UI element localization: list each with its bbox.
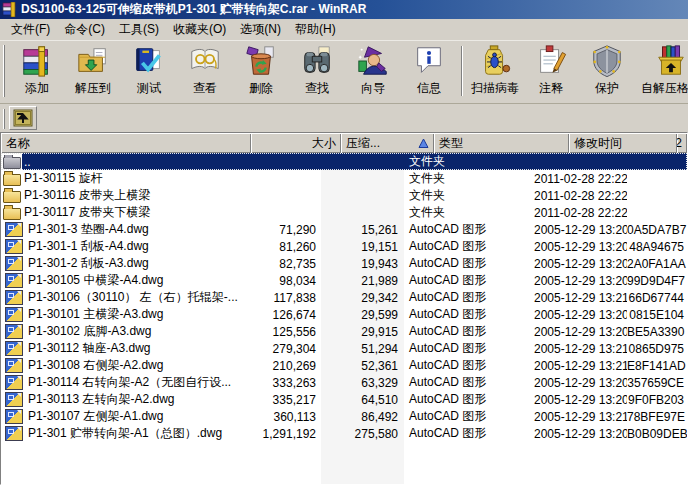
winrar-app-icon: [2, 2, 18, 17]
file-modified: 2011-02-28 22:22: [529, 189, 627, 203]
delete-button[interactable]: 删除: [233, 43, 289, 99]
table-row[interactable]: P1-30108 右侧架-A2.dwg 210,269 52,361 AutoC…: [1, 357, 687, 374]
table-row[interactable]: .. 文件夹: [1, 153, 687, 170]
menu-commands[interactable]: 命令(C): [57, 19, 112, 40]
file-type: AutoCAD 图形: [404, 425, 529, 442]
wizard-button[interactable]: 向导: [345, 43, 401, 99]
title-bar[interactable]: DSJ100-63-125可伸缩皮带机P1-301 贮带转向架C.rar - W…: [0, 0, 688, 19]
file-crc32: 48A94675: [627, 240, 687, 254]
column-header-packed[interactable]: 压缩...: [341, 133, 434, 153]
toolbar-separator: [461, 46, 463, 96]
file-type: AutoCAD 图形: [404, 374, 529, 391]
add-label: 添加: [25, 80, 49, 97]
table-row[interactable]: P1-30105 中横梁-A4.dwg 98,034 21,989 AutoCA…: [1, 272, 687, 289]
file-modified: 2005-12-29 13:20: [529, 223, 627, 237]
menu-bar: 文件(F) 命令(C) 工具(S) 收藏夹(O) 选项(N) 帮助(H): [0, 19, 688, 41]
file-size: 98,034: [241, 274, 321, 288]
test-label: 测试: [137, 80, 161, 97]
file-name: P1-30108 右侧架-A2.dwg: [28, 357, 163, 374]
table-row[interactable]: P1-30102 底脚-A3.dwg 125,556 29,915 AutoCA…: [1, 323, 687, 340]
file-name: P1-30107 左侧架-A1.dwg: [28, 408, 163, 425]
toolbar: 添加 解压到 测试 查看 删除 查找 向导 信息: [0, 41, 688, 104]
menu-tools[interactable]: 工具(S): [112, 19, 166, 40]
file-size: 125,556: [241, 325, 321, 339]
table-row[interactable]: P1-30113 左转向架-A2.dwg 335,217 64,510 Auto…: [1, 391, 687, 408]
info-button[interactable]: 信息: [401, 43, 457, 99]
column-header-size[interactable]: 大小: [251, 133, 341, 153]
file-packed-size: 29,599: [321, 308, 404, 322]
table-row[interactable]: P1-30101 主横梁-A3.dwg 126,674 29,599 AutoC…: [1, 306, 687, 323]
toolbar-grip[interactable]: [3, 45, 6, 97]
column-header-crc32[interactable]: CRC32: [677, 133, 687, 153]
file-crc32: E8F141AD: [627, 359, 687, 373]
table-row[interactable]: P1-30107 左侧架-A1.dwg 360,113 86,492 AutoC…: [1, 408, 687, 425]
sfx-button[interactable]: 自解压格式: [635, 43, 688, 99]
file-size: 210,269: [241, 359, 321, 373]
dwg-icon: [5, 426, 23, 441]
menu-help[interactable]: 帮助(H): [288, 19, 343, 40]
dwg-icon: [5, 409, 23, 424]
file-modified: 2011-02-28 22:22: [529, 172, 627, 186]
view-button[interactable]: 查看: [177, 43, 233, 99]
table-row[interactable]: P1-30106（30110） 左（右）托辊架-... 117,838 29,3…: [1, 289, 687, 306]
file-crc32: 99D9D4F7: [627, 274, 687, 288]
menu-options[interactable]: 选项(N): [233, 19, 288, 40]
file-size: 126,674: [241, 308, 321, 322]
file-packed-size: 52,361: [321, 359, 404, 373]
file-crc32: 0A5DA7B7: [627, 223, 687, 237]
menu-file[interactable]: 文件(F): [4, 19, 57, 40]
column-header-name[interactable]: 名称: [1, 133, 251, 153]
file-type: 文件夹: [404, 187, 529, 204]
table-row[interactable]: P1-301-1 刮板-A4.dwg 81,260 19,151 AutoCAD…: [1, 238, 687, 255]
file-name: P1-30102 底脚-A3.dwg: [28, 323, 151, 340]
table-row[interactable]: P1-301-3 垫圈-A4.dwg 71,290 15,261 AutoCAD…: [1, 221, 687, 238]
table-row[interactable]: P1-30116 皮带夹上横梁 文件夹 2011-02-28 22:22: [1, 187, 687, 204]
dwg-icon: [5, 375, 23, 390]
table-row[interactable]: P1-301-2 刮板-A3.dwg 82,735 19,943 AutoCAD…: [1, 255, 687, 272]
file-type: AutoCAD 图形: [404, 272, 529, 289]
file-name: P1-301 贮带转向架-A1（总图）.dwg: [28, 425, 222, 442]
folder-gray-icon: [3, 157, 21, 169]
protect-label: 保护: [595, 80, 619, 97]
add-archive-icon: [20, 44, 54, 78]
column-header-modified[interactable]: 修改时间: [569, 133, 677, 153]
file-name: P1-30113 左转向架-A2.dwg: [28, 391, 175, 408]
file-crc32: 9F0FB203: [627, 393, 687, 407]
table-row[interactable]: P1-30112 轴座-A3.dwg 279,304 51,294 AutoCA…: [1, 340, 687, 357]
file-packed-size: 15,261: [321, 223, 404, 237]
dwg-icon: [5, 290, 23, 305]
virus-scan-icon: [478, 44, 512, 78]
delete-icon: [244, 44, 278, 78]
folder-icon: [3, 174, 21, 186]
file-packed-size: 63,329: [321, 376, 404, 390]
table-row[interactable]: P1-30115 旋杆 文件夹 2011-02-28 22:22: [1, 170, 687, 187]
table-row[interactable]: P1-30114 右转向架-A2（无图自行设... 333,263 63,329…: [1, 374, 687, 391]
column-header-type[interactable]: 类型: [434, 133, 569, 153]
addressbar-grip[interactable]: [3, 109, 6, 129]
file-packed-size: 51,294: [321, 342, 404, 356]
window-title: DSJ100-63-125可伸缩皮带机P1-301 贮带转向架C.rar - W…: [21, 1, 366, 18]
comment-button[interactable]: 注释: [523, 43, 579, 99]
menu-favorites[interactable]: 收藏夹(O): [166, 19, 233, 40]
table-row[interactable]: P1-30117 皮带夹下横梁 文件夹 2011-02-28 22:22: [1, 204, 687, 221]
file-size: 360,113: [241, 410, 321, 424]
test-button[interactable]: 测试: [121, 43, 177, 99]
file-type: AutoCAD 图形: [404, 289, 529, 306]
find-button[interactable]: 查找: [289, 43, 345, 99]
view-file-icon: [188, 44, 222, 78]
file-size: 1,291,192: [241, 427, 321, 441]
table-row[interactable]: P1-301 贮带转向架-A1（总图）.dwg 1,291,192 275,58…: [1, 425, 687, 442]
protect-button[interactable]: 保护: [579, 43, 635, 99]
file-packed-size: 19,943: [321, 257, 404, 271]
comment-label: 注释: [539, 80, 563, 97]
file-packed-size: 21,989: [321, 274, 404, 288]
virus-scan-button[interactable]: 扫描病毒: [467, 43, 523, 99]
up-one-level-button[interactable]: [9, 106, 37, 130]
file-crc32: B0B09DEB: [627, 427, 687, 441]
protect-icon: [590, 44, 624, 78]
extract-to-button[interactable]: 解压到: [65, 43, 121, 99]
file-name: P1-30112 轴座-A3.dwg: [28, 340, 151, 357]
add-button[interactable]: 添加: [9, 43, 65, 99]
file-modified: 2005-12-29 13:20: [529, 274, 627, 288]
sort-ascending-icon: [418, 138, 429, 149]
